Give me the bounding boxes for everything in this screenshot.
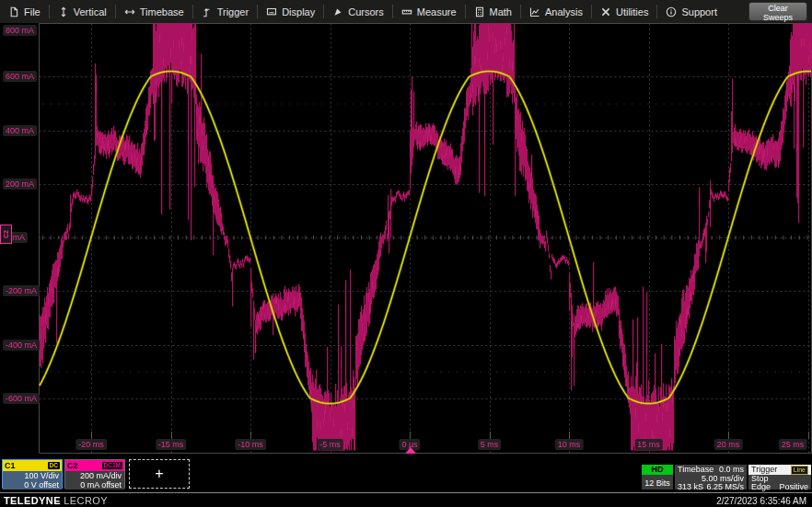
monitor-icon bbox=[266, 6, 277, 17]
brand-lecroy: LECROY bbox=[64, 495, 108, 506]
clear-sweeps-label-1: Clear bbox=[749, 4, 806, 13]
waveform-display: 800 mA600 mA400 mA200 mA0 mA-200 mA-400 … bbox=[0, 23, 812, 455]
y-axis-label: 400 mA bbox=[3, 125, 37, 136]
x-axis-label: -10 ms bbox=[235, 439, 266, 450]
x-axis-label: 20 ms bbox=[714, 439, 743, 450]
graticule-canvas[interactable] bbox=[0, 23, 812, 455]
wrench-icon bbox=[600, 6, 611, 17]
calculator-icon bbox=[474, 6, 485, 17]
trigger-type: Edge bbox=[751, 483, 771, 491]
add-channel-label: + bbox=[155, 466, 163, 482]
y-axis-label: -400 mA bbox=[3, 340, 40, 351]
add-channel-button[interactable]: + bbox=[129, 459, 190, 489]
channel-c2-body: 200 mA/div 0 mA offset bbox=[65, 471, 124, 490]
y-axis-label: 600 mA bbox=[3, 71, 37, 82]
acquisition-mode-box[interactable]: HD 12 Bits bbox=[642, 465, 673, 490]
channel-c1-id: C1 bbox=[5, 460, 16, 471]
channel-descriptor-c1[interactable]: C1 DC 100 V/div 0 V offset bbox=[2, 459, 63, 489]
channel-c1-offset: 0 V offset bbox=[6, 480, 59, 490]
menu-timebase-label: Timebase bbox=[140, 6, 184, 17]
chart-icon bbox=[529, 6, 540, 17]
channel-descriptor-c2[interactable]: C2 DC1M 200 mA/div 0 mA offset bbox=[64, 459, 125, 489]
channel-c2-header: C2 DC1M bbox=[65, 460, 124, 471]
menu-vertical[interactable]: Vertical bbox=[50, 0, 115, 23]
brand-logo: TELEDYNE LECROY bbox=[4, 495, 108, 506]
menu-cursors-label: Cursors bbox=[348, 6, 384, 17]
info-icon bbox=[666, 6, 677, 17]
channel-c2-zero-marker[interactable]: C2 bbox=[0, 225, 12, 244]
x-axis-label: -5 ms bbox=[317, 439, 343, 450]
menu-bar: File Vertical Timebase Trigger Display C… bbox=[0, 0, 812, 24]
footer-divider bbox=[0, 492, 812, 493]
timebase-samples: 313 kS bbox=[678, 483, 703, 491]
x-axis-label: -15 ms bbox=[156, 439, 187, 450]
trigger-box[interactable]: Trigger Line Stop Edge Positive bbox=[748, 465, 811, 490]
menu-utilities-label: Utilities bbox=[616, 6, 648, 17]
x-axis-label: 15 ms bbox=[634, 439, 663, 450]
channel-c1-body: 100 V/div 0 V offset bbox=[3, 471, 62, 490]
ruler-icon bbox=[401, 6, 412, 17]
menu-trigger[interactable]: Trigger bbox=[193, 0, 257, 23]
vertical-arrows-icon bbox=[58, 6, 69, 17]
x-axis-label: 25 ms bbox=[779, 439, 807, 450]
menu-file[interactable]: File bbox=[0, 0, 49, 23]
datetime-label: 2/27/2023 6:35:46 AM bbox=[716, 496, 806, 506]
channel-c2-scale: 200 mA/div bbox=[68, 471, 122, 480]
menu-cursors[interactable]: Cursors bbox=[324, 0, 392, 23]
menu-support-label: Support bbox=[681, 6, 717, 17]
menu-timebase[interactable]: Timebase bbox=[116, 0, 192, 23]
horizontal-arrows-icon bbox=[124, 6, 135, 17]
menu-measure[interactable]: Measure bbox=[393, 0, 465, 23]
x-axis-label: 5 ms bbox=[478, 439, 502, 450]
cursor-pen-icon bbox=[332, 6, 343, 17]
menu-support[interactable]: Support bbox=[657, 0, 725, 23]
edge-trigger-icon bbox=[202, 6, 213, 17]
menu-vertical-label: Vertical bbox=[74, 6, 107, 17]
menu-measure-label: Measure bbox=[417, 6, 457, 17]
clear-sweeps-button[interactable]: Clear Sweeps bbox=[748, 2, 807, 21]
trigger-source-badge: Line bbox=[791, 466, 808, 475]
brand-teledyne: TELEDYNE bbox=[4, 495, 61, 506]
menu-trigger-label: Trigger bbox=[217, 6, 249, 17]
channel-c2-offset: 0 mA offset bbox=[68, 480, 122, 490]
timebase-sample-rate: 6.25 MS/s bbox=[706, 483, 744, 491]
clear-sweeps-label-2: Sweeps bbox=[749, 13, 806, 22]
menu-file-label: File bbox=[24, 6, 41, 17]
trigger-position-marker[interactable] bbox=[405, 447, 416, 454]
menu-analysis[interactable]: Analysis bbox=[521, 0, 591, 23]
channel-c2-id: C2 bbox=[67, 460, 78, 471]
menu-display[interactable]: Display bbox=[258, 0, 323, 23]
menu-analysis-label: Analysis bbox=[545, 6, 583, 17]
x-axis-label: -20 ms bbox=[75, 439, 107, 450]
menu-display-label: Display bbox=[282, 6, 315, 17]
channel-c2-coupling-badge: DC1M bbox=[102, 462, 122, 469]
channel-c1-scale: 100 V/div bbox=[6, 471, 59, 480]
channel-c1-header: C1 DC bbox=[3, 460, 62, 471]
hd-mode-badge: HD bbox=[642, 465, 673, 475]
y-axis-label: 800 mA bbox=[3, 25, 37, 36]
oscilloscope-app: File Vertical Timebase Trigger Display C… bbox=[0, 0, 812, 507]
y-axis-label: 200 mA bbox=[3, 179, 37, 190]
menu-math-label: Math bbox=[490, 6, 512, 17]
trigger-slope: Positive bbox=[779, 483, 808, 491]
menu-math[interactable]: Math bbox=[466, 0, 520, 23]
x-axis-label: 10 ms bbox=[555, 439, 584, 450]
y-axis-label: -600 mA bbox=[3, 393, 40, 404]
status-panel: C1 DC 100 V/div 0 V offset C2 DC1M 200 m… bbox=[0, 455, 812, 507]
file-icon bbox=[8, 6, 19, 17]
y-axis-label: -200 mA bbox=[3, 285, 40, 296]
menu-utilities[interactable]: Utilities bbox=[592, 0, 656, 23]
channel-c1-coupling-badge: DC bbox=[48, 462, 60, 469]
hd-bits-label: 12 Bits bbox=[642, 475, 673, 488]
channel-c2-zero-marker-label: C2 bbox=[3, 230, 9, 238]
timebase-box[interactable]: Timebase 0.0 ms 5.00 ms/div 313 kS 6.25 … bbox=[675, 465, 747, 490]
